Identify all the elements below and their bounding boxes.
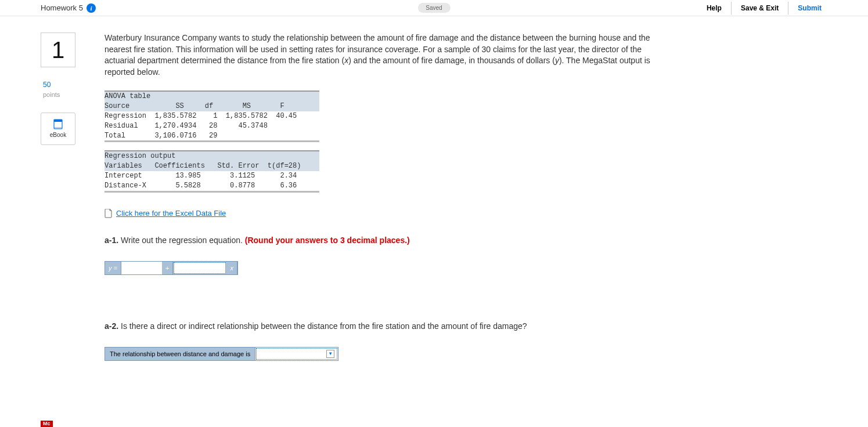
relationship-label: The relationship between distance and da… [105, 348, 255, 360]
submit-button[interactable]: Submit [792, 2, 827, 15]
ebook-label: eBook [50, 132, 66, 138]
question-a1: a-1. Write out the regression equation. … [105, 236, 673, 245]
saved-indicator: Saved [417, 3, 450, 13]
help-button[interactable]: Help [701, 2, 727, 15]
info-icon[interactable]: i [87, 3, 96, 13]
regression-output-table: Regression output Variables Coefficients… [105, 150, 319, 192]
divider [788, 2, 788, 15]
x-label: x [226, 262, 237, 274]
y-equals-label: y = [105, 262, 121, 274]
publisher-badge: Mc [41, 421, 53, 427]
ebook-button[interactable]: eBook [41, 113, 75, 145]
points-value: 50 [43, 80, 105, 90]
svg-rect-2 [54, 127, 62, 129]
book-icon [53, 119, 63, 129]
question-number-box: 1 [41, 32, 75, 67]
points-block: 50 points [41, 80, 105, 100]
document-icon [105, 209, 113, 218]
points-label: points [43, 91, 60, 98]
svg-rect-1 [54, 120, 62, 122]
slope-input-wrap [174, 262, 226, 274]
chevron-down-icon: ▼ [326, 350, 334, 358]
equation-input-bar: y = + x [105, 261, 238, 275]
plus-label: + [162, 262, 173, 274]
relationship-dropdown[interactable]: ▼ [256, 348, 337, 360]
homework-title: Homework 5 [41, 3, 83, 12]
relationship-answer-bar: The relationship between distance and da… [105, 347, 338, 361]
main-content: Waterbury Insurance Company wants to stu… [105, 32, 673, 415]
top-bar: Homework 5 i Saved Help Save & Exit Subm… [0, 0, 868, 16]
top-actions: Help Save & Exit Submit [701, 2, 827, 15]
anova-table: ANOVA table Source SS df MS FRegression … [105, 91, 319, 142]
content-scroll[interactable]: 1 50 points eBook Waterbury Insurance Co… [0, 16, 868, 427]
left-sidebar: 1 50 points eBook [41, 32, 105, 415]
divider [731, 2, 732, 15]
excel-data-link[interactable]: Click here for the Excel Data File [105, 209, 226, 218]
save-exit-button[interactable]: Save & Exit [735, 2, 784, 15]
intercept-input[interactable] [121, 262, 162, 274]
question-a2: a-2. Is there a direct or indirect relat… [105, 321, 673, 331]
slope-input[interactable] [174, 263, 215, 273]
problem-text: Waterbury Insurance Company wants to stu… [105, 32, 673, 78]
